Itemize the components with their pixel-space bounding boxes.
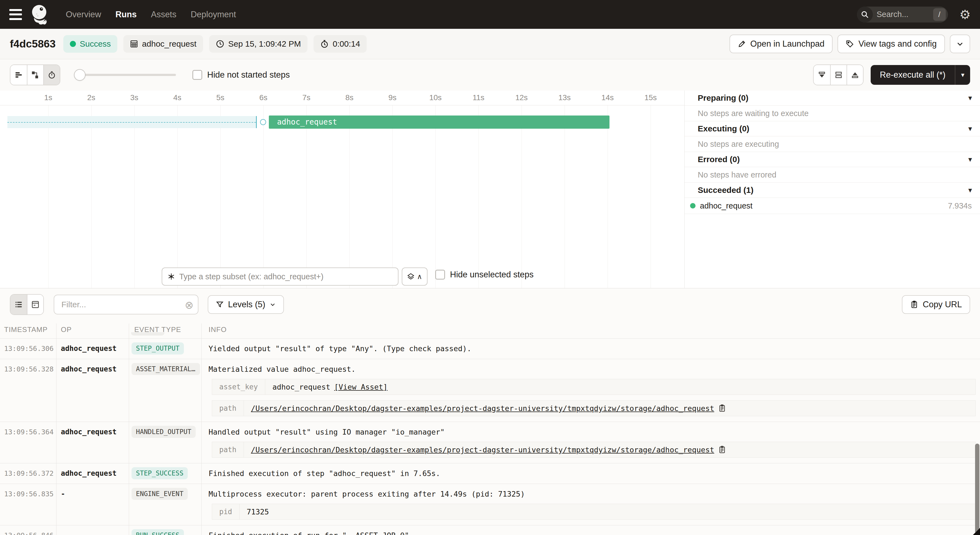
graph-query-toggle-button[interactable]: ∧: [402, 267, 428, 286]
metadata-text: adhoc_request: [272, 383, 330, 391]
hide-unselected-checkbox[interactable]: Hide unselected steps: [435, 270, 534, 279]
step-status-panel: Preparing (0)▾No steps are waiting to ex…: [684, 91, 980, 288]
status-section-header[interactable]: Errored (0)▾: [684, 152, 980, 167]
gantt-view-switcher: [10, 64, 60, 85]
log-table-header: TIMESTAMP OP EVENT TYPE INFO: [0, 321, 980, 338]
settings-gear-icon[interactable]: ⚙: [959, 8, 971, 21]
col-timestamp: TIMESTAMP: [0, 326, 56, 334]
log-message: Handled output "result" using IO manager…: [208, 428, 980, 436]
status-section-header[interactable]: Succeeded (1)▾: [684, 183, 980, 198]
nav-item-assets[interactable]: Assets: [151, 10, 177, 19]
metadata-value: 71325: [240, 508, 269, 516]
gantt-toolbar: Hide not started steps Re-execute all (*…: [0, 59, 980, 91]
hide-not-started-checkbox[interactable]: Hide not started steps: [192, 70, 290, 80]
re-execute-caret-button[interactable]: ▾: [955, 65, 970, 85]
re-execute-button-group: Re-execute all (*) ▾: [871, 65, 970, 85]
nav-item-overview[interactable]: Overview: [66, 10, 101, 19]
gantt-zoom-slider[interactable]: [75, 74, 176, 76]
nav-item-runs[interactable]: Runs: [115, 10, 137, 19]
clear-filter-icon[interactable]: ⊗: [185, 299, 194, 311]
search-input[interactable]: [873, 10, 933, 19]
op-selector-icon: [167, 272, 175, 281]
status-section-header[interactable]: Executing (0)▾: [684, 121, 980, 136]
split-panels-button[interactable]: [830, 65, 846, 85]
metadata-value: adhoc_request[View Asset]: [265, 383, 388, 391]
nav-item-deployment[interactable]: Deployment: [191, 10, 236, 19]
event-type-badge: STEP_OUTPUT: [132, 342, 184, 355]
log-info: Finished execution of step "adhoc_reques…: [205, 467, 980, 481]
caret-down-icon[interactable]: ▾: [969, 125, 972, 133]
pencil-icon: [738, 40, 746, 48]
log-row[interactable]: 13:09:56.835-ENGINE_EVENTMultiprocess ex…: [0, 484, 980, 525]
copy-path-icon[interactable]: [718, 404, 726, 412]
axis-tick-label: 10s: [425, 93, 446, 102]
copy-url-button[interactable]: Copy URL: [902, 295, 970, 314]
gantt-waterfall-view-button[interactable]: [27, 65, 43, 85]
status-section-header[interactable]: Preparing (0)▾: [684, 91, 980, 105]
step-subset-input[interactable]: [179, 272, 393, 281]
global-search[interactable]: /: [857, 6, 948, 22]
axis-tick-label: 2s: [80, 93, 102, 102]
log-message: Finished execution of step "adhoc_reques…: [208, 469, 980, 478]
caret-down-icon[interactable]: ▾: [969, 156, 972, 163]
metadata-value: /Users/erincochran/Desktop/dagster-examp…: [244, 446, 727, 454]
axis-tick-label: 8s: [339, 93, 360, 102]
log-view-switcher: [10, 294, 44, 315]
status-section-title: Preparing (0): [698, 93, 748, 102]
log-message: Materialized value adhoc_request.: [208, 365, 980, 374]
log-timestamp: 13:09:56.372: [0, 467, 56, 481]
step-subset-filter[interactable]: [162, 267, 398, 286]
stopwatch-icon: [320, 40, 329, 48]
log-timestamp: 13:09:56.364: [0, 426, 56, 460]
caret-down-icon[interactable]: ▾: [969, 186, 972, 194]
succeeded-step-row[interactable]: adhoc_request7.934s: [684, 198, 980, 214]
log-row[interactable]: 13:09:56.372adhoc_requestSTEP_SUCCESSFin…: [0, 463, 980, 484]
log-message: Multiprocess executor: parent process ex…: [208, 490, 980, 498]
log-event-type: HANDLED_OUTPUT: [129, 426, 205, 460]
view-tags-config-button[interactable]: View tags and config: [837, 35, 945, 53]
gantt-step-bar[interactable]: adhoc_request: [269, 115, 609, 129]
step-duration: 7.934s: [948, 201, 972, 211]
gantt-timed-view-button[interactable]: [43, 65, 60, 85]
hide-unselected-label: Hide unselected steps: [450, 270, 534, 279]
vertical-scrollbar-thumb[interactable]: [975, 444, 980, 533]
log-row[interactable]: 13:09:56.328adhoc_requestASSET_MATERIALI…: [0, 359, 980, 422]
job-tag[interactable]: adhoc_request: [123, 35, 203, 53]
axis-gridline: [91, 105, 92, 288]
log-event-type: STEP_SUCCESS: [129, 467, 205, 481]
levels-dropdown[interactable]: Levels (5): [208, 295, 284, 314]
gantt-zoom-slider-thumb[interactable]: [74, 69, 86, 81]
checkbox-icon[interactable]: [192, 70, 202, 80]
metadata-path-link[interactable]: /Users/erincochran/Desktop/dagster-examp…: [251, 446, 714, 454]
log-op: adhoc_request: [56, 467, 129, 481]
log-metadata-row: path/Users/erincochran/Desktop/dagster-e…: [212, 442, 975, 458]
expand-panel-up-button[interactable]: [846, 65, 863, 85]
dagster-logo-icon[interactable]: [30, 3, 51, 26]
run-header-more-button[interactable]: [950, 35, 970, 53]
log-op: adhoc_request: [56, 426, 129, 460]
caret-down-icon[interactable]: ▾: [969, 94, 972, 102]
log-raw-view-button[interactable]: [27, 295, 43, 315]
log-row[interactable]: 13:09:56.364adhoc_requestHANDLED_OUTPUTH…: [0, 422, 980, 463]
log-list-view-button[interactable]: [10, 295, 27, 315]
log-table: TIMESTAMP OP EVENT TYPE INFO 13:09:56.30…: [0, 321, 980, 535]
open-launchpad-button[interactable]: Open in Launchpad: [730, 35, 833, 53]
axis-tick-label: 4s: [166, 93, 188, 102]
log-row[interactable]: 13:09:56.846-RUN_SUCCESSFinished executi…: [0, 525, 980, 535]
collapse-panel-down-button[interactable]: [814, 65, 830, 85]
metadata-path-link[interactable]: /Users/erincochran/Desktop/dagster-examp…: [251, 404, 714, 413]
re-execute-all-button[interactable]: Re-execute all (*): [871, 65, 955, 85]
metadata-label: path: [212, 401, 244, 416]
status-section-title: Succeeded (1): [698, 185, 753, 195]
gantt-flat-view-button[interactable]: [10, 65, 27, 85]
log-toolbar: ⊗ Levels (5) Copy URL: [0, 288, 980, 321]
checkbox-icon[interactable]: [435, 270, 445, 279]
log-filter-input[interactable]: [54, 295, 199, 315]
view-asset-link[interactable]: [View Asset]: [334, 383, 388, 391]
menu-icon[interactable]: [9, 9, 22, 20]
log-info: Yielded output "result" of type "Any". (…: [205, 342, 980, 356]
log-row[interactable]: 13:09:56.306adhoc_requestSTEP_OUTPUTYiel…: [0, 338, 980, 359]
step-dependency-marker-icon: [260, 119, 266, 125]
copy-path-icon[interactable]: [718, 446, 726, 454]
run-id: f4dc5863: [10, 38, 56, 50]
